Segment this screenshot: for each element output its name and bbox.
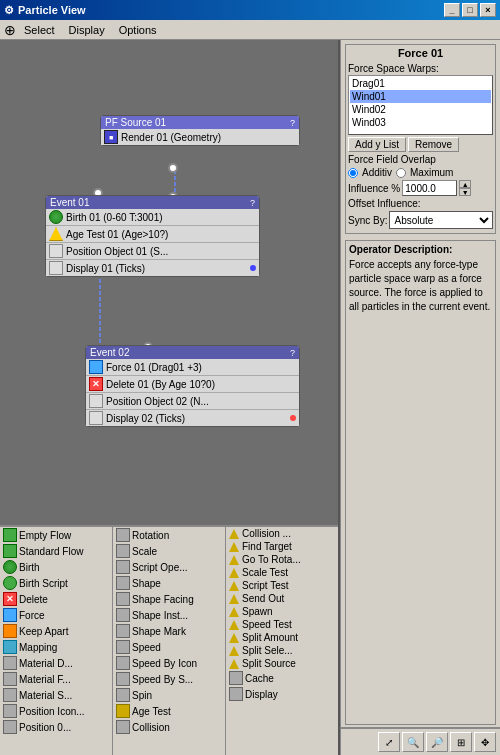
op-empty-flow[interactable]: Empty Flow: [0, 527, 112, 543]
event02-row-position2: Position Object 02 (N...: [86, 393, 299, 410]
sync-dropdown[interactable]: Absolute Particle Age Event Duration: [389, 211, 493, 229]
source-node: PF Source 01 ? ■ Render 01 (Geometry): [100, 115, 300, 146]
zoom-region-btn[interactable]: ⊞: [450, 732, 472, 752]
canvas-area[interactable]: PF Source 01 ? ■ Render 01 (Geometry) Ev…: [0, 40, 338, 525]
display2-label: Display 02 (Ticks): [106, 413, 185, 424]
op-delete[interactable]: ✕ Delete: [0, 591, 112, 607]
op-mapping[interactable]: Mapping: [0, 639, 112, 655]
op-birth[interactable]: Birth: [0, 559, 112, 575]
source-title: PF Source 01: [105, 117, 166, 128]
op-split-amount[interactable]: Split Amount: [226, 631, 338, 644]
influence-down-btn[interactable]: ▼: [459, 188, 471, 196]
zoom-in-btn[interactable]: 🔍: [402, 732, 424, 752]
influence-spinners: ▲ ▼: [459, 180, 471, 196]
radio-additive[interactable]: [348, 168, 358, 178]
op-cache[interactable]: Cache: [226, 670, 338, 686]
zoom-out-btn[interactable]: 🔎: [426, 732, 448, 752]
op-speed-test[interactable]: Speed Test: [226, 618, 338, 631]
op-shape[interactable]: Shape: [113, 575, 225, 591]
op-standard-flow[interactable]: Standard Flow: [0, 543, 112, 559]
op-material-s[interactable]: Material S...: [0, 687, 112, 703]
op-material-f[interactable]: Material F...: [0, 671, 112, 687]
op-material-d[interactable]: Material D...: [0, 655, 112, 671]
position2-label: Position Object 02 (N...: [106, 396, 209, 407]
op-speed-by-icon[interactable]: Speed By Icon: [113, 655, 225, 671]
op-go-to-rota[interactable]: Go To Rota...: [226, 553, 338, 566]
warp-wind02[interactable]: Wind02: [350, 103, 491, 116]
op-collision-tri[interactable]: Collision ...: [226, 527, 338, 540]
op-split-sele[interactable]: Split Sele...: [226, 644, 338, 657]
op-age-test[interactable]: Age Test: [113, 703, 225, 719]
position2-icon: [89, 394, 103, 408]
split-amount-icon: [229, 633, 239, 643]
add-y-list-button[interactable]: Add y List: [348, 137, 406, 152]
op-keep-apart[interactable]: Keep Apart: [0, 623, 112, 639]
material-d-icon: [3, 656, 17, 670]
radio-additive-label: Additiv: [362, 167, 392, 178]
empty-flow-icon: [3, 528, 17, 542]
influence-field[interactable]: [402, 180, 457, 196]
op-speed[interactable]: Speed: [113, 639, 225, 655]
op-display[interactable]: Display: [226, 686, 338, 702]
connector-source-out[interactable]: [168, 163, 178, 173]
close-button[interactable]: ×: [480, 3, 496, 17]
influence-up-btn[interactable]: ▲: [459, 180, 471, 188]
op-position-o[interactable]: Position 0...: [0, 719, 112, 735]
source-help-icon[interactable]: ?: [290, 118, 295, 128]
zoom-extents-btn[interactable]: ⤢: [378, 732, 400, 752]
op-shape-facing[interactable]: Shape Facing: [113, 591, 225, 607]
event02-row-display2: Display 02 (Ticks): [86, 410, 299, 426]
op-send-out[interactable]: Send Out: [226, 592, 338, 605]
force-label: Force 01 (Drag01 +3): [106, 362, 202, 373]
op-find-target[interactable]: Find Target: [226, 540, 338, 553]
space-warps-listbox[interactable]: Drag01 Wind01 Wind02 Wind03: [348, 75, 493, 135]
op-spawn[interactable]: Spawn: [226, 605, 338, 618]
go-to-rota-icon: [229, 555, 239, 565]
op-shape-inst[interactable]: Shape Inst...: [113, 607, 225, 623]
collision-icon: [116, 720, 130, 734]
maximize-button[interactable]: □: [462, 3, 478, 17]
op-force[interactable]: Force: [0, 607, 112, 623]
radio-maximum[interactable]: [396, 168, 406, 178]
pan-btn[interactable]: ✥: [474, 732, 496, 752]
rotation-icon: [116, 528, 130, 542]
delete-icon: ✕: [89, 377, 103, 391]
menu-display[interactable]: Display: [63, 22, 111, 38]
op-collision[interactable]: Collision: [113, 719, 225, 735]
spin-icon: [116, 688, 130, 702]
desc-text: Force accepts any force-type particle sp…: [349, 258, 492, 314]
warp-drag01[interactable]: Drag01: [350, 77, 491, 90]
remove-button[interactable]: Remove: [408, 137, 459, 152]
source-row-render: ■ Render 01 (Geometry): [101, 129, 299, 145]
op-position-icon[interactable]: Position Icon...: [0, 703, 112, 719]
desc-title: Operator Description:: [349, 244, 492, 255]
op-shape-mark[interactable]: Shape Mark: [113, 623, 225, 639]
menu-select[interactable]: Select: [18, 22, 61, 38]
op-scale[interactable]: Scale: [113, 543, 225, 559]
op-split-source[interactable]: Split Source: [226, 657, 338, 670]
minimize-button[interactable]: _: [444, 3, 460, 17]
op-rotation[interactable]: Rotation: [113, 527, 225, 543]
op-script-test[interactable]: Script Test: [226, 579, 338, 592]
position-icon-list: [3, 704, 17, 718]
overlap-label: Force Field Overlap: [348, 154, 493, 165]
influence-row: Influence % ▲ ▼: [348, 180, 493, 196]
menu-item-icon: ⊕: [4, 22, 16, 38]
op-scale-test[interactable]: Scale Test: [226, 566, 338, 579]
event02-help-icon[interactable]: ?: [290, 348, 295, 358]
keep-apart-icon: [3, 624, 17, 638]
op-spin[interactable]: Spin: [113, 687, 225, 703]
op-birth-script[interactable]: Birth Script: [0, 575, 112, 591]
warp-wind03[interactable]: Wind03: [350, 116, 491, 129]
birth-script-icon: [3, 576, 17, 590]
op-speed-by-s[interactable]: Speed By S...: [113, 671, 225, 687]
op-script-ope[interactable]: Script Ope...: [113, 559, 225, 575]
offset-label: Offset Influence:: [348, 198, 493, 209]
menubar: ⊕ Select Display Options: [0, 20, 500, 40]
send-out-icon: [229, 594, 239, 604]
event01-help-icon[interactable]: ?: [250, 198, 255, 208]
script-test-icon: [229, 581, 239, 591]
warp-wind01[interactable]: Wind01: [350, 90, 491, 103]
menu-options[interactable]: Options: [113, 22, 163, 38]
birth-list-icon: [3, 560, 17, 574]
